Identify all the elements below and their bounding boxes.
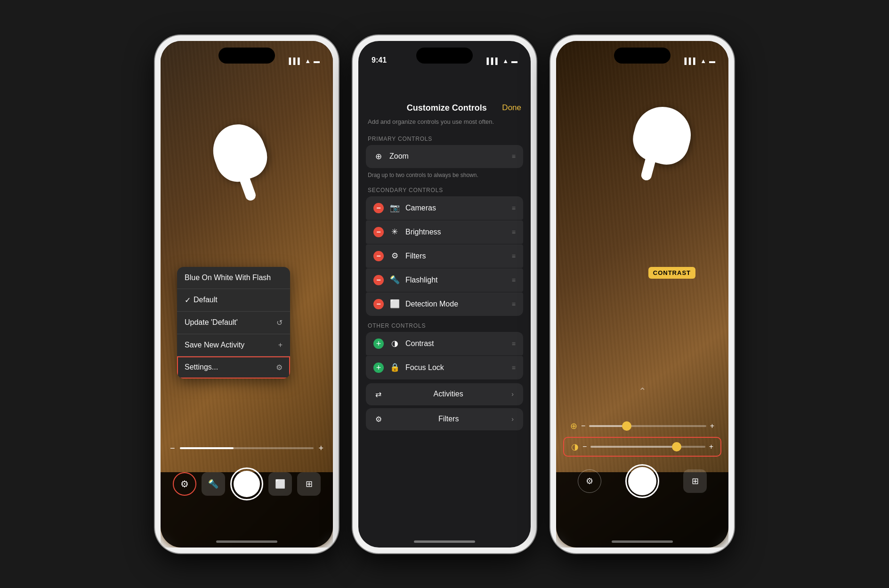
contrast-slider-fill	[590, 446, 674, 448]
brightness-label: Brightness	[405, 228, 506, 236]
phone1-screen: ▌▌▌ ▲ ▬ − + Blue On White With Flash	[161, 41, 333, 548]
phone3-shutter-inner	[628, 467, 656, 495]
brightness-item[interactable]: − ✳ Brightness ≡	[366, 220, 523, 244]
slider-plus-icon[interactable]: +	[318, 443, 323, 453]
phone1-status-icons: ▌▌▌ ▲ ▬	[289, 57, 320, 64]
dropdown-item-save-label: Save New Activity	[185, 341, 278, 349]
dropdown-item-save[interactable]: Save New Activity +	[177, 334, 290, 356]
zoom-slider-fill	[589, 425, 624, 427]
phone2-status-icons: ▌▌▌ ▲ ▬	[486, 57, 517, 64]
zoom-label: Zoom	[389, 152, 506, 161]
flashlight-drag-handle[interactable]: ≡	[512, 276, 516, 284]
cameras-remove-btn[interactable]: −	[373, 203, 384, 213]
phone3-library-btn[interactable]: ⊞	[683, 469, 707, 493]
shutter-button[interactable]	[230, 467, 263, 500]
contrast-label: Contrast	[405, 339, 506, 348]
dropdown-menu: Blue On White With Flash ✓ Default Updat…	[177, 267, 290, 379]
dropdown-item-default-label: Default	[191, 296, 283, 304]
detection-mode-button[interactable]: ⬜	[268, 472, 292, 496]
zoom-slider-track[interactable]	[589, 425, 706, 427]
zoom-minus-btn[interactable]: −	[581, 422, 585, 430]
library-icon: ⊞	[306, 479, 313, 489]
activities-nav[interactable]: ⇄ Activities ›	[366, 383, 523, 405]
contrast-drag-handle[interactable]: ≡	[512, 340, 516, 347]
activities-nav-icon: ⇄	[375, 390, 381, 399]
library-button[interactable]: ⊞	[297, 472, 321, 496]
phone3-airpod	[634, 107, 705, 173]
dropdown-item-update[interactable]: Update 'Default' ↺	[177, 312, 290, 334]
phone3-settings-icon: ⚙	[586, 476, 593, 486]
contrast-icon: ◑	[389, 338, 400, 348]
detection-label: Detection Mode	[405, 300, 506, 308]
brightness-drag-handle[interactable]: ≡	[512, 228, 516, 236]
detection-drag-handle[interactable]: ≡	[512, 300, 516, 308]
flashlight-ctrl-icon: 🔦	[389, 275, 400, 285]
primary-zoom-item[interactable]: ⊕ Zoom ≡	[366, 145, 523, 168]
flashlight-icon: 🔦	[208, 479, 218, 489]
filters-nav-label: Filters	[438, 415, 459, 423]
cameras-item[interactable]: − 📷 Cameras ≡	[366, 196, 523, 220]
contrast-slider-thumb[interactable]	[672, 442, 681, 451]
phone2-time: 9:41	[372, 56, 387, 64]
phone3-dynamic-island	[614, 48, 671, 64]
zoom-plus-btn[interactable]: +	[710, 422, 714, 430]
cameras-drag-handle[interactable]: ≡	[512, 204, 516, 212]
detection-icon: ⬜	[275, 479, 285, 489]
phone3-library-icon: ⊞	[692, 476, 699, 486]
airpod-image	[209, 126, 284, 201]
filters-chevron-icon: ›	[511, 415, 514, 423]
dropdown-item-blue[interactable]: Blue On White With Flash	[177, 267, 290, 289]
flashlight-item[interactable]: − 🔦 Flashlight ≡	[366, 268, 523, 292]
zoom-drag-handle[interactable]: ≡	[512, 153, 516, 160]
filters-label: Filters	[405, 252, 506, 260]
phone3-settings-btn[interactable]: ⚙	[578, 469, 601, 493]
focus-lock-item[interactable]: + 🔒 Focus Lock ≡	[366, 356, 523, 379]
contrast-plus-btn[interactable]: +	[709, 443, 713, 451]
wifi-icon: ▲	[305, 57, 311, 64]
filters-remove-btn[interactable]: −	[373, 251, 384, 261]
cameras-label: Cameras	[405, 204, 506, 212]
flashlight-button[interactable]: 🔦	[202, 472, 225, 496]
zoom-slider-thumb[interactable]	[622, 421, 631, 431]
zoom-icon: ⊕	[373, 152, 384, 161]
detection-mode-item[interactable]: − ⬜ Detection Mode ≡	[366, 292, 523, 316]
primary-controls-label: PRIMARY CONTROLS	[358, 131, 531, 145]
airpod-stem	[239, 176, 257, 202]
detection-remove-btn[interactable]: −	[373, 299, 384, 309]
phone3-shutter-btn[interactable]	[625, 464, 659, 498]
home-indicator	[216, 540, 277, 543]
phone2-wifi-icon: ▲	[502, 57, 509, 64]
slider-minus-icon[interactable]: −	[170, 443, 175, 453]
phone-2: 9:41 ▌▌▌ ▲ ▬ Customize Controls Done Add…	[353, 35, 536, 553]
customize-subtitle: Add and organize controls you use most o…	[358, 118, 531, 131]
brightness-icon: ✳	[389, 227, 400, 237]
contrast-badge: CONTRAST	[648, 267, 695, 279]
airpod-body	[205, 117, 273, 187]
focus-lock-drag-handle[interactable]: ≡	[512, 364, 516, 371]
contrast-item[interactable]: + ◑ Contrast ≡	[366, 332, 523, 355]
contrast-slider-icon: ◑	[571, 442, 579, 452]
shutter-inner	[234, 471, 260, 497]
drag-subtitle: Drag up to two controls to always be sho…	[358, 170, 531, 182]
phone2-battery-icon: ▬	[511, 57, 517, 64]
filters-nav[interactable]: ⚙ Filters ›	[366, 408, 523, 430]
flashlight-remove-btn[interactable]: −	[373, 275, 384, 285]
done-button[interactable]: Done	[502, 103, 521, 113]
contrast-add-btn[interactable]: +	[373, 338, 384, 349]
dropdown-item-settings-label: Settings...	[185, 363, 276, 371]
slider-track[interactable]	[180, 447, 314, 449]
contrast-slider-track[interactable]	[590, 446, 705, 448]
check-icon: ✓	[185, 296, 191, 305]
focus-lock-label: Focus Lock	[405, 363, 506, 372]
phone-3: ▌▌▌ ▲ ▬ CONTRAST ⌃ ⊕ −	[550, 35, 734, 553]
contrast-minus-btn[interactable]: −	[582, 443, 587, 451]
filters-item[interactable]: − ⚙ Filters ≡	[366, 244, 523, 268]
filters-drag-handle[interactable]: ≡	[512, 252, 516, 260]
dropdown-item-settings[interactable]: Settings... ⚙	[177, 356, 290, 379]
dropdown-item-default[interactable]: ✓ Default	[177, 289, 290, 312]
phone3-wifi-icon: ▲	[700, 57, 706, 64]
collapse-chevron-icon[interactable]: ⌃	[638, 386, 647, 397]
brightness-remove-btn[interactable]: −	[373, 227, 384, 237]
focus-lock-add-btn[interactable]: +	[373, 362, 384, 373]
settings-button[interactable]: ⚙	[173, 472, 196, 496]
